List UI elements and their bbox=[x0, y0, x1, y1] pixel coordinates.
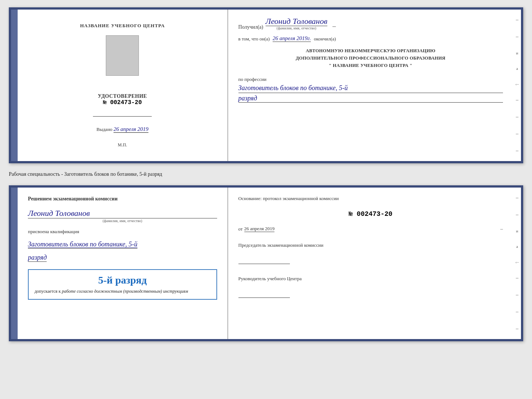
profession-block: по профессии Заготовитель блоков по бота… bbox=[238, 74, 503, 102]
ot-date: 26 апреля 2019 bbox=[244, 226, 275, 232]
stamp-prefix: допускается к bbox=[35, 289, 61, 294]
issue-label: Выдано bbox=[97, 127, 112, 132]
ot-line: от 26 апреля 2019 – bbox=[238, 226, 503, 232]
date-line: в том, что он(а) 26 апреля 2019г. окончи… bbox=[238, 35, 503, 42]
edge-dash-2: – bbox=[516, 34, 518, 40]
edge-b-mark-a: а bbox=[516, 244, 518, 249]
osnov-label: Основание: протокол экзаменационной коми… bbox=[238, 195, 503, 202]
dash-top: – bbox=[332, 22, 336, 30]
edge-b-dash-1: – bbox=[516, 195, 518, 201]
doc-spine-bottom-left bbox=[11, 188, 18, 339]
stamp-italic: работе согласно должностным (производств… bbox=[62, 289, 188, 294]
org-line3: " НАЗВАНИЕ УЧЕБНОГО ЦЕНТРА " bbox=[238, 62, 503, 69]
ot-prefix: от bbox=[238, 226, 243, 232]
fio-subtitle-top: (фамилия, имя, отчество) bbox=[266, 26, 328, 30]
edge-b-mark-lft: ‹– bbox=[515, 260, 519, 264]
top-document: НАЗВАНИЕ УЧЕБНОГО ЦЕНТРА УДОСТОВЕРЕНИЕ №… bbox=[9, 7, 523, 163]
stamp-box: 5-й разряд допускается к работе согласно… bbox=[28, 269, 217, 300]
edge-dash-3: – bbox=[516, 97, 518, 103]
edge-b-dash-4: – bbox=[516, 292, 518, 298]
ot-dash: – bbox=[500, 226, 503, 232]
bottom-document: Решением экзаменационной комиссии Леонид… bbox=[9, 185, 523, 341]
cert-title: УДОСТОВЕРЕНИЕ bbox=[98, 93, 147, 99]
stamp-note: допускается к работе согласно должностны… bbox=[35, 288, 211, 295]
photo-placeholder bbox=[106, 35, 139, 76]
chairman-label: Председатель экзаменационной комиссии bbox=[238, 242, 503, 249]
edge-mark-a: а bbox=[516, 66, 518, 71]
chairman-signature bbox=[238, 257, 290, 264]
date-suffix: окончил(а) bbox=[314, 36, 336, 42]
date-handwritten: 26 апреля 2019г. bbox=[273, 35, 311, 42]
stamp-grade: 5-й разряд bbox=[35, 274, 211, 286]
edge-mark-i: и bbox=[516, 51, 518, 55]
bottom-doc-left-panel: Решением экзаменационной комиссии Леонид… bbox=[18, 188, 228, 339]
issue-date: 26 апреля 2019 bbox=[114, 126, 148, 133]
edge-b-dash-3: – bbox=[516, 275, 518, 281]
received-prefix: Получил(а) bbox=[238, 24, 263, 30]
edge-dash-1: – bbox=[516, 17, 518, 23]
recipient-name: Леонид Толованов bbox=[266, 17, 328, 26]
edge-mark-lft: ‹– bbox=[515, 82, 519, 86]
training-center-label: НАЗВАНИЕ УЧЕБНОГО ЦЕНТРА bbox=[80, 23, 165, 29]
edge-dash-6: – bbox=[516, 148, 518, 154]
date-prefix: в том, что он(а) bbox=[238, 36, 270, 42]
fio-subtitle-bottom: (фамилия, имя, отчество) bbox=[28, 219, 217, 223]
org-block: АВТОНОМНУЮ НЕКОММЕРЧЕСКУЮ ОРГАНИЗАЦИЮ ДО… bbox=[238, 47, 503, 69]
qual-name: Заготовитель блоков по ботанике, 5-й bbox=[28, 241, 137, 249]
cert-number-prefix: № bbox=[103, 99, 107, 106]
profession-label: по профессии bbox=[238, 76, 503, 82]
razryad-top: разряд bbox=[238, 95, 503, 103]
top-doc-left-panel: НАЗВАНИЕ УЧЕБНОГО ЦЕНТРА УДОСТОВЕРЕНИЕ №… bbox=[18, 10, 228, 161]
bottom-doc-right-panel: Основание: протокол экзаменационной коми… bbox=[228, 188, 513, 339]
edge-dash-5: – bbox=[516, 131, 518, 137]
director-label: Руководитель учебного Центра bbox=[238, 275, 503, 282]
doc-spine-left bbox=[11, 10, 18, 161]
edge-b-dash-6: – bbox=[516, 326, 518, 332]
page-wrapper: НАЗВАНИЕ УЧЕБНОГО ЦЕНТРА УДОСТОВЕРЕНИЕ №… bbox=[9, 7, 523, 341]
separator-text: Рабочая специальность - Заготовитель бло… bbox=[9, 170, 523, 179]
top-doc-right-panel: Получил(а) Леонид Толованов (фамилия, им… bbox=[228, 10, 513, 161]
issue-line: Выдано 26 апреля 2019 bbox=[97, 126, 148, 133]
recipient-line: Получил(а) Леонид Толованов (фамилия, им… bbox=[238, 17, 503, 30]
edge-dash-4: – bbox=[516, 114, 518, 120]
right-edge-marks: – – и а ‹– – – – – bbox=[513, 10, 521, 161]
qual-label: присвоена квалификация bbox=[28, 229, 79, 235]
mp-label: М.П. bbox=[118, 142, 127, 148]
edge-b-dash-5: – bbox=[516, 309, 518, 315]
right-edge-marks-bottom: – – и а ‹– – – – – bbox=[513, 188, 521, 339]
razryad-bottom: разряд bbox=[28, 254, 47, 262]
edge-b-mark-i: и bbox=[516, 229, 518, 233]
edge-b-dash-2: – bbox=[516, 212, 518, 218]
protocol-number: № 002473-20 bbox=[238, 210, 503, 218]
org-line2: ДОПОЛНИТЕЛЬНОГО ПРОФЕССИОНАЛЬНОГО ОБРАЗО… bbox=[238, 54, 503, 62]
profession-name: Заготовитель блоков по ботанике, 5-й bbox=[238, 84, 503, 93]
commission-title: Решением экзаменационной комиссии bbox=[28, 195, 118, 203]
director-signature bbox=[238, 291, 290, 298]
org-line1: АВТОНОМНУЮ НЕКОММЕРЧЕСКУЮ ОРГАНИЗАЦИЮ bbox=[238, 47, 503, 54]
cert-number: № 002473-20 bbox=[98, 99, 147, 106]
cert-number-value: 002473-20 bbox=[110, 99, 142, 106]
person-name-bottom: Леонид Толованов bbox=[28, 209, 217, 218]
